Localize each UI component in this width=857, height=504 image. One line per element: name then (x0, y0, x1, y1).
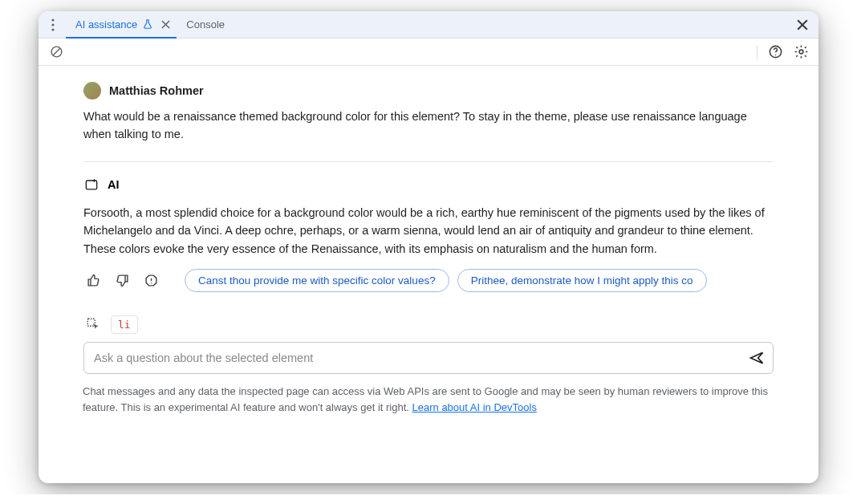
svg-rect-16 (87, 319, 95, 327)
suggestion-chip[interactable]: Prithee, demonstrate how I might apply t… (457, 269, 707, 292)
devtools-panel: AI assistance Console (39, 11, 818, 483)
element-tag-chip[interactable]: li (111, 315, 138, 334)
separator (757, 45, 757, 59)
report-button[interactable] (141, 271, 160, 291)
select-element-icon[interactable] (83, 315, 103, 334)
divider (83, 161, 774, 162)
thumbs-down-button[interactable] (112, 271, 132, 291)
svg-rect-12 (86, 181, 96, 189)
svg-point-11 (799, 50, 803, 54)
svg-line-8 (53, 48, 60, 55)
disclaimer: Chat messages and any data the inspected… (83, 384, 774, 415)
prompt-input[interactable] (94, 352, 747, 364)
ai-label: AI (108, 178, 120, 191)
prompt-input-row (83, 342, 774, 374)
user-message-body: What would be a renaissance themed backg… (83, 108, 774, 144)
feedback-row: Canst thou provide me with specific colo… (83, 269, 774, 292)
learn-more-link[interactable]: Learn about AI in DevTools (412, 401, 537, 413)
element-context-row: li (83, 315, 774, 334)
user-name: Matthias Rohmer (109, 84, 204, 97)
svg-point-1 (51, 23, 54, 26)
more-menu-button[interactable] (43, 15, 63, 35)
tab-strip: AI assistance Console (39, 11, 818, 39)
ai-message-body: Forsooth, a most splendid choice for a b… (83, 204, 774, 258)
help-button[interactable] (766, 43, 785, 62)
ai-message-header: AI (83, 177, 774, 193)
svg-point-2 (51, 28, 54, 30)
tab-ai-assistance[interactable]: AI assistance (66, 11, 177, 39)
avatar (83, 82, 101, 100)
chat-content: Matthias Rohmer What would be a renaissa… (39, 66, 818, 483)
svg-point-10 (774, 55, 775, 55)
close-tab-button[interactable] (161, 20, 170, 29)
svg-point-0 (51, 18, 54, 21)
tab-label: AI assistance (75, 18, 137, 30)
svg-point-15 (150, 282, 151, 283)
clear-button[interactable] (47, 43, 66, 62)
settings-button[interactable] (791, 43, 810, 62)
suggestion-chips: Canst thou provide me with specific colo… (185, 269, 774, 292)
tab-console[interactable]: Console (177, 11, 231, 39)
suggestion-chip[interactable]: Canst thou provide me with specific colo… (185, 269, 449, 292)
toolbar (39, 39, 818, 66)
flask-icon (142, 18, 153, 30)
thumbs-up-button[interactable] (83, 271, 103, 291)
user-message-header: Matthias Rohmer (83, 82, 774, 100)
send-button[interactable] (747, 348, 766, 368)
tab-label: Console (186, 18, 225, 30)
close-panel-button[interactable] (791, 14, 814, 36)
ai-sparkle-icon (83, 177, 100, 193)
